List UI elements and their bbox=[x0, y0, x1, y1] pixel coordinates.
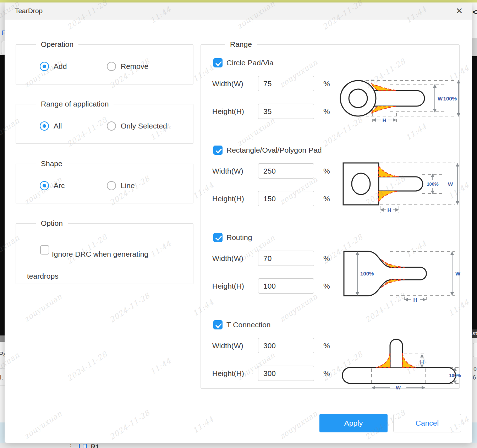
apply-button[interactable]: Apply bbox=[319, 414, 388, 432]
height-label: Height(H) bbox=[212, 107, 258, 116]
document-marker bbox=[79, 444, 80, 448]
operation-group: Operation Add Remove bbox=[16, 40, 193, 84]
background-left-toolbar: F bbox=[0, 2, 5, 55]
remove-radio[interactable] bbox=[107, 62, 116, 71]
only-selected-radio-label: Only Selected bbox=[121, 122, 167, 130]
percent-label: % bbox=[323, 167, 330, 175]
line-radio-label: Line bbox=[121, 181, 135, 190]
background-left-text: F bbox=[2, 29, 5, 37]
circle-width-input[interactable] bbox=[258, 76, 314, 91]
divider bbox=[0, 385, 5, 386]
all-radio[interactable] bbox=[40, 121, 49, 131]
operation-legend: Operation bbox=[36, 40, 78, 49]
application-option-only-selected: Only Selected bbox=[107, 121, 167, 131]
range-group: Range Circle Pad/Via Width(W) % Height(H… bbox=[201, 40, 460, 389]
percent-label: % bbox=[323, 107, 330, 116]
routing-diagram: 100% W H bbox=[337, 246, 461, 304]
background-right-grip bbox=[472, 38, 477, 56]
percent-label: % bbox=[323, 195, 330, 203]
background-right-top: < bbox=[472, 2, 477, 38]
all-radio-label: All bbox=[54, 122, 62, 130]
arc-radio[interactable] bbox=[40, 181, 49, 190]
diagram-w-label: W bbox=[438, 95, 443, 102]
diagram-h-label: H bbox=[420, 359, 424, 365]
operation-option-add: Add bbox=[40, 61, 67, 71]
diagram-w-label: W bbox=[448, 181, 453, 187]
option-legend: Option bbox=[36, 219, 68, 228]
shape-option-line: Line bbox=[107, 181, 135, 191]
circle-pad-via-checkbox[interactable] bbox=[213, 58, 223, 67]
routing-height-row: Height(H) % bbox=[212, 278, 330, 294]
diagram-full-label: 100% bbox=[443, 95, 457, 102]
background-left-blue-strip bbox=[0, 422, 5, 443]
circle-width-row: Width(W) % bbox=[212, 76, 330, 91]
routing-width-input[interactable] bbox=[258, 251, 314, 266]
screen: F Pa l. < st o 6 ⋮ R1 TearDrop ✕ Operati… bbox=[0, 0, 477, 448]
document-name[interactable]: R1 bbox=[91, 443, 99, 448]
background-right-o-text: o bbox=[473, 366, 477, 372]
divider bbox=[0, 368, 5, 369]
routing-checkbox[interactable] bbox=[213, 233, 223, 242]
t-connection-checkbox[interactable] bbox=[213, 320, 223, 329]
percent-label: % bbox=[323, 80, 330, 88]
background-left-l-text: l. bbox=[0, 374, 3, 381]
t-height-row: Height(H) % bbox=[212, 366, 330, 381]
percent-label: % bbox=[323, 369, 330, 378]
rect-oval-polygon-checkbox[interactable] bbox=[213, 146, 223, 155]
width-label: Width(W) bbox=[212, 167, 258, 175]
rect-height-row: Height(H) % bbox=[212, 191, 330, 206]
line-radio[interactable] bbox=[107, 181, 116, 190]
dialog-title: TearDrop bbox=[15, 7, 43, 15]
background-right-button-edge bbox=[473, 343, 477, 357]
diagram-full-label: 100% bbox=[427, 181, 439, 187]
top-accent-strip bbox=[0, 0, 477, 2]
rect-width-input[interactable] bbox=[258, 163, 314, 179]
only-selected-radio[interactable] bbox=[107, 121, 116, 131]
add-radio-label: Add bbox=[54, 62, 67, 71]
cancel-button[interactable]: Cancel bbox=[393, 414, 461, 432]
section-t-connection: T Connection bbox=[213, 320, 271, 330]
teardrop-dialog: TearDrop ✕ Operation Add Remove Range of… bbox=[5, 2, 472, 443]
range-of-application-legend: Range of application bbox=[36, 100, 114, 108]
t-height-input[interactable] bbox=[258, 366, 314, 381]
section-circle-pad-via: Circle Pad/Via bbox=[213, 58, 274, 68]
diagram-h-label: H bbox=[388, 207, 391, 213]
document-icon bbox=[83, 444, 87, 448]
diagram-full-label: 100% bbox=[449, 373, 461, 378]
rect-height-input[interactable] bbox=[258, 191, 314, 206]
height-label: Height(H) bbox=[212, 369, 258, 378]
routing-label: Routing bbox=[226, 233, 252, 242]
application-option-all: All bbox=[40, 121, 62, 131]
ellipsis-icon[interactable]: ⋮ bbox=[68, 443, 73, 448]
height-label: Height(H) bbox=[212, 195, 258, 203]
background-right-blue-strip bbox=[472, 422, 477, 444]
background-left-button-edge bbox=[1, 41, 5, 54]
background-right-band: st bbox=[472, 329, 477, 338]
routing-height-input[interactable] bbox=[258, 278, 314, 294]
percent-label: % bbox=[323, 282, 330, 290]
range-of-application-group: Range of application All Only Selected bbox=[16, 100, 193, 144]
percent-label: % bbox=[323, 254, 330, 263]
remove-radio-label: Remove bbox=[121, 62, 148, 71]
rect-oval-polygon-label: Rectangle/Oval/Polygon Pad bbox=[226, 146, 322, 154]
background-left-grip bbox=[0, 335, 5, 342]
t-connection-diagram: H 100% W bbox=[337, 332, 461, 392]
close-icon[interactable]: ✕ bbox=[456, 6, 463, 16]
circle-height-row: Height(H) % bbox=[212, 104, 330, 119]
background-right-panel: o 6 bbox=[472, 338, 477, 422]
t-width-row: Width(W) % bbox=[212, 338, 330, 353]
option-group: Option Ignore DRC when generating teardr… bbox=[16, 219, 193, 284]
section-routing: Routing bbox=[213, 233, 252, 242]
percent-label: % bbox=[323, 342, 330, 350]
shape-legend: Shape bbox=[36, 159, 67, 168]
add-radio[interactable] bbox=[40, 62, 49, 71]
diagram-h-label: H bbox=[383, 117, 386, 123]
t-connection-label: T Connection bbox=[226, 321, 271, 329]
circle-pad-via-label: Circle Pad/Via bbox=[226, 59, 274, 67]
circle-height-input[interactable] bbox=[258, 104, 314, 119]
section-rect-oval-polygon: Rectangle/Oval/Polygon Pad bbox=[213, 145, 322, 155]
background-right-st-text: st bbox=[472, 330, 477, 336]
background-right-arrow: < bbox=[472, 7, 477, 17]
background-right-canvas bbox=[472, 56, 477, 329]
t-width-input[interactable] bbox=[258, 338, 314, 353]
